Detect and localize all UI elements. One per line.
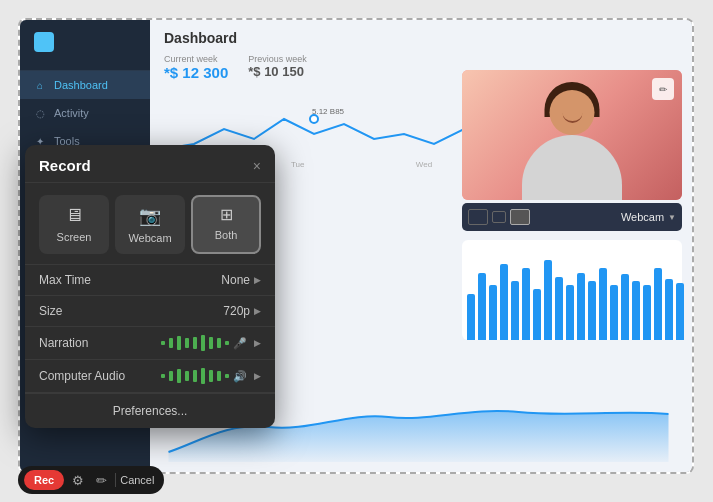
toolbar-divider [115, 473, 116, 487]
max-time-row: Max Time None ▶ [25, 265, 275, 296]
svg-text:5.12 B85: 5.12 B85 [312, 107, 345, 116]
view-mode-both[interactable] [510, 209, 530, 225]
pencil-icon-button[interactable]: ✏ [92, 471, 111, 490]
sidebar-item-label: Dashboard [54, 79, 108, 91]
stat-previous: Previous week *$ 10 150 [248, 54, 307, 81]
max-time-label: Max Time [39, 273, 221, 287]
chart-bar [478, 273, 486, 340]
chart-bar [654, 268, 662, 340]
chart-bar [588, 281, 596, 340]
modal-title: Record [39, 157, 91, 174]
svg-point-0 [310, 115, 318, 123]
view-mode-small[interactable] [492, 211, 506, 223]
rec-button[interactable]: Rec [24, 470, 64, 490]
webcam-icon: 📷 [139, 205, 161, 227]
volume-bar [193, 337, 197, 348]
size-arrow[interactable]: ▶ [254, 306, 261, 316]
bottom-toolbar: Rec ⚙ ✏ Cancel [18, 466, 164, 494]
audio-volume [161, 368, 229, 384]
webcam-label: Webcam [128, 232, 171, 244]
narration-mic-icon: 🎤 [233, 337, 247, 350]
stat-current: Current week *$ 12 300 [164, 54, 228, 81]
max-time-arrow[interactable]: ▶ [254, 275, 261, 285]
person-face [550, 90, 595, 135]
view-mode-label: Webcam ▼ [621, 211, 676, 223]
size-label: Size [39, 304, 223, 318]
view-mode-bar: Webcam ▼ [462, 203, 682, 231]
volume-bar [169, 338, 173, 347]
screen-icon: 🖥 [65, 205, 83, 226]
activity-icon: ◌ [34, 108, 46, 119]
volume-bar [177, 369, 181, 383]
volume-bar [217, 338, 221, 347]
size-row: Size 720p ▶ [25, 296, 275, 327]
narration-arrow[interactable]: ▶ [254, 338, 261, 348]
bar-chart [462, 240, 682, 340]
record-options: 🖥 Screen 📷 Webcam ⊞ Both [25, 183, 275, 265]
screen-label: Screen [57, 231, 92, 243]
volume-bar [225, 341, 229, 346]
computer-audio-label: Computer Audio [39, 369, 161, 383]
record-option-webcam[interactable]: 📷 Webcam [115, 195, 185, 254]
webcam-preview: ✏ [462, 70, 682, 200]
volume-bar [193, 370, 197, 381]
volume-bar [161, 341, 165, 346]
both-label: Both [215, 229, 238, 241]
record-option-both[interactable]: ⊞ Both [191, 195, 261, 254]
modal-close-button[interactable]: × [253, 159, 261, 173]
max-time-value: None [221, 273, 250, 287]
chart-bar [522, 268, 530, 340]
webcam-image [462, 70, 682, 200]
person-smile [562, 113, 582, 123]
current-week-label: Current week [164, 54, 228, 64]
volume-bar [177, 336, 181, 350]
computer-audio-row: Computer Audio 🔊 ▶ [25, 360, 275, 393]
chart-bar [599, 268, 607, 340]
volume-bar [185, 338, 189, 347]
sidebar-item-activity[interactable]: ◌ Activity [20, 99, 150, 127]
audio-arrow[interactable]: ▶ [254, 371, 261, 381]
volume-bar [161, 374, 165, 379]
narration-volume [161, 335, 229, 351]
chart-bar [621, 274, 629, 340]
chart-bar [489, 285, 497, 340]
chart-bar [610, 285, 618, 340]
dropdown-arrow[interactable]: ▼ [668, 213, 676, 222]
cancel-button[interactable]: Cancel [120, 474, 154, 486]
chart-bar [676, 283, 684, 340]
view-mode-screen[interactable] [468, 209, 488, 225]
narration-label: Narration [39, 336, 161, 350]
chart-bar [500, 264, 508, 340]
size-value: 720p [223, 304, 250, 318]
dashboard-title: Dashboard [164, 30, 678, 46]
preferences-button[interactable]: Preferences... [25, 393, 275, 428]
previous-value: *$ 10 150 [248, 64, 307, 79]
volume-bar [201, 335, 205, 351]
volume-bar [185, 371, 189, 380]
chart-bar [566, 285, 574, 340]
volume-bar [225, 374, 229, 379]
person-body [522, 135, 622, 200]
chart-bar [555, 277, 563, 340]
chart-bar [544, 260, 552, 340]
modal-header: Record × [25, 145, 275, 183]
webcam-edit-button[interactable]: ✏ [652, 78, 674, 100]
sidebar-item-dashboard[interactable]: ⌂ Dashboard [20, 71, 150, 99]
volume-bar [201, 368, 205, 384]
sidebar-item-label: Activity [54, 107, 89, 119]
record-option-screen[interactable]: 🖥 Screen [39, 195, 109, 254]
chart-bar [511, 281, 519, 340]
dashboard-icon: ⌂ [34, 80, 46, 91]
record-modal: Record × 🖥 Screen 📷 Webcam ⊞ Both Max Ti… [25, 145, 275, 428]
volume-bar [169, 371, 173, 380]
settings-icon-button[interactable]: ⚙ [68, 471, 88, 490]
audio-speaker-icon: 🔊 [233, 370, 247, 383]
chart-bar [467, 294, 475, 340]
chart-bar [577, 273, 585, 340]
chart-bar [665, 279, 673, 340]
chart-bar [533, 289, 541, 340]
both-icon: ⊞ [220, 205, 233, 224]
narration-row: Narration 🎤 ▶ [25, 327, 275, 360]
volume-bar [209, 370, 213, 381]
previous-week-label: Previous week [248, 54, 307, 64]
